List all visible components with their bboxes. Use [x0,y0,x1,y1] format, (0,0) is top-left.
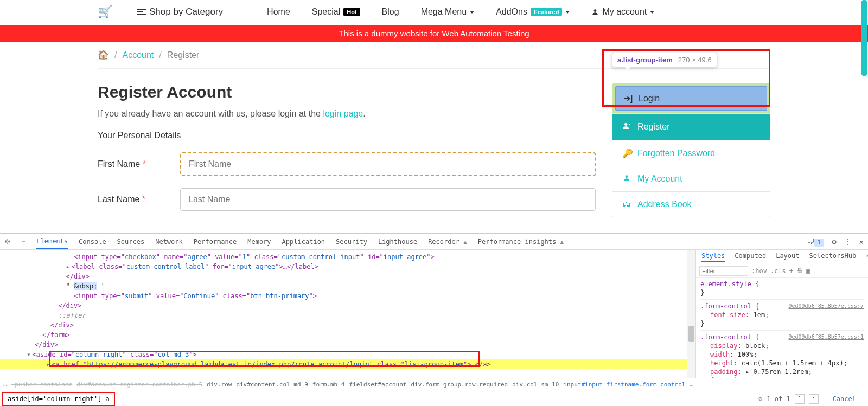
badge-featured: Featured [531,8,562,16]
elements-breadcrumb[interactable]: … -pusher-container div#account-register… [0,378,868,391]
last-name-row: Last Name * [98,188,596,211]
tab-performance[interactable]: Performance [194,235,237,249]
register-icon [622,121,631,132]
issues-badge[interactable]: 🗨1 [807,237,825,246]
caret-icon [650,11,654,14]
caret-icon [565,11,570,14]
nav-blog[interactable]: Blog [382,7,399,17]
section-legend: Your Personal Details [98,131,596,140]
required-star: * [142,195,145,204]
hamburger-icon [137,9,146,15]
shop-by-category[interactable]: Shop by Category [137,7,223,17]
print-icon[interactable]: 🖶 [796,267,803,275]
styles-filter-input[interactable] [699,266,748,276]
cart-icon: 🛒 [98,5,112,19]
nav-myaccount-label: My account [602,7,647,17]
tooltip-dimensions: 270 × 49.6 [678,56,712,64]
styles-panel: Styles Computed Layout SelectorsHub » :h… [695,250,868,378]
breadcrumb-separator: / [114,50,117,60]
home-icon[interactable]: 🏠 [98,49,109,61]
subtab-layout[interactable]: Layout [776,252,799,262]
cls-toggle[interactable]: .cls [770,267,786,275]
main-nav: 🛒 Shop by Category Home Special Hot Blog… [0,0,868,25]
search-cancel-button[interactable]: Cancel [823,395,866,403]
sidebar-forgot-label: Forgotten Password [637,149,715,158]
more-tabs-icon[interactable]: » [866,252,868,262]
new-rule-icon[interactable]: + [789,267,793,275]
elements-tree[interactable]: <input type="checkbox" name="agree" valu… [0,250,695,378]
sidebar-item-register[interactable]: Register [612,114,770,140]
user-icon [591,8,599,16]
page-scrollbar-thumb[interactable] [861,0,867,76]
elements-scrollbar-thumb[interactable] [688,326,694,342]
inspector-tooltip: a.list-group-item 270 × 49.6 [612,53,717,67]
category-label: Shop by Category [149,7,223,17]
tab-security[interactable]: Security [336,235,367,249]
tab-recorder[interactable]: Recorder ▲ [428,235,467,249]
tab-elements[interactable]: Elements [36,234,68,249]
inspect-icon[interactable]: ⯐ [4,238,11,246]
nav-mega-menu[interactable]: Mega Menu [421,7,475,17]
first-name-input[interactable] [180,152,596,176]
elements-search-input[interactable] [4,394,113,404]
search-prev-button[interactable]: ˄ [795,394,805,404]
subtab-computed[interactable]: Computed [735,252,766,262]
tooltip-selector: a.list-group-item [617,56,673,64]
user-icon [622,174,631,184]
nav-addons-label: AddOns [496,7,527,17]
last-name-input[interactable] [180,188,596,211]
panel-mode-icon[interactable]: ▣ [806,267,810,275]
page-title: Register Account [98,83,596,101]
hov-toggle[interactable]: :hov [751,267,767,275]
search-clear-icon[interactable]: ⊘ [758,395,762,403]
last-name-label: Last Name * [98,195,180,204]
key-icon: 🔑 [622,148,631,158]
css-rules[interactable]: element.style { } .form-control {9ed09db… [696,278,868,378]
nav-home[interactable]: Home [267,7,290,17]
device-icon[interactable]: ▭ [22,238,25,246]
breadcrumb-account[interactable]: Account [122,50,154,60]
sidebar-register-label: Register [637,122,670,132]
login-hint: If you already have an account with us, … [98,109,596,119]
svg-point-2 [626,175,628,178]
subtab-selectorshub[interactable]: SelectorsHub [809,252,857,262]
breadcrumb-register: Register [167,50,200,60]
sidebar-item-myaccount[interactable]: My Account [612,166,770,192]
tab-sources[interactable]: Sources [117,235,145,249]
required-star: * [143,159,146,169]
tab-console[interactable]: Console [79,235,106,249]
sidebar-address-label: Address Book [637,199,692,209]
notice-banner: This is a dummy website for Web Automati… [0,25,868,42]
devtools-panel: ⯐ ▭ Elements Console Sources Network Per… [0,233,868,406]
first-name-row: First Name * [98,152,596,176]
svg-point-1 [624,123,627,126]
caret-icon [470,11,474,14]
subtab-styles[interactable]: Styles [701,252,725,262]
nav-mega-label: Mega Menu [421,7,467,17]
login-page-link[interactable]: login page [323,109,363,118]
nav-special[interactable]: Special Hot [312,7,360,17]
nav-my-account[interactable]: My account [591,7,654,17]
sidebar-item-address[interactable]: 🗂 Address Book [612,192,770,217]
devtools-tabs: ⯐ ▭ Elements Console Sources Network Per… [0,234,868,250]
nav-addons[interactable]: AddOns Featured [496,7,570,17]
nav-divider [245,4,245,20]
annotation-highlight-box-3 [2,392,115,406]
breadcrumb-separator: / [159,50,161,60]
search-next-button[interactable]: ˅ [809,394,819,404]
tab-memory[interactable]: Memory [247,235,271,249]
more-icon[interactable]: ⋮ [844,237,852,246]
tab-insights[interactable]: Performance insights ▲ [478,235,564,249]
tab-application[interactable]: Application [282,235,325,249]
tab-network[interactable]: Network [155,235,183,249]
sidebar-myaccount-label: My Account [637,174,682,184]
badge-hot: Hot [343,8,360,16]
nav-special-label: Special [312,7,340,17]
tab-lighthouse[interactable]: Lighthouse [378,235,417,249]
search-result-count: 1 of 1 [767,395,790,403]
sidebar-item-forgot[interactable]: 🔑 Forgotten Password [612,140,770,166]
settings-icon[interactable]: ⚙ [832,237,836,246]
address-book-icon: 🗂 [622,199,631,209]
elements-search-bar: ⊘ 1 of 1 ˄ ˅ Cancel [0,391,868,406]
close-icon[interactable]: ✕ [859,237,864,246]
